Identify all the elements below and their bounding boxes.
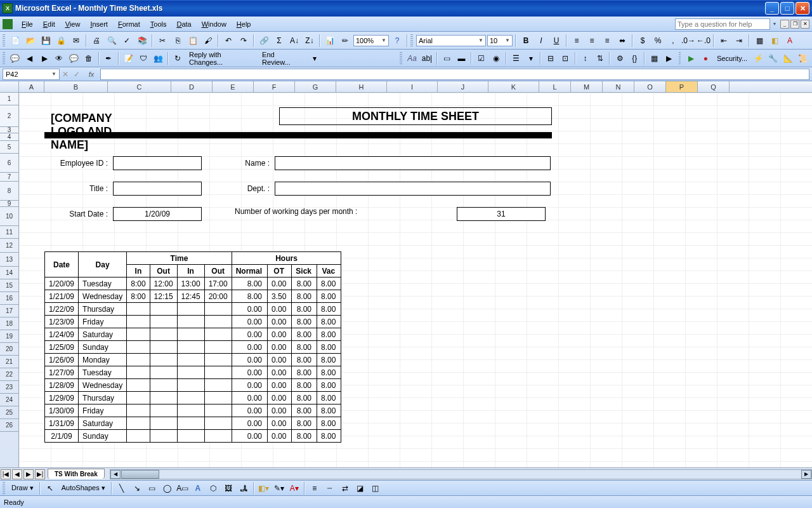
menu-edit[interactable]: Edit <box>38 18 60 30</box>
help-button[interactable]: ? <box>390 34 404 48</box>
line-button[interactable]: ╲ <box>115 481 129 495</box>
table-row[interactable]: 1/30/09Friday0.000.008.008.00 <box>45 404 341 417</box>
textbox-button[interactable]: A▭ <box>176 481 190 495</box>
table-row[interactable]: 1/22/09Thursday0.000.008.008.00 <box>45 303 341 316</box>
forms-textbox-button[interactable]: ab| <box>420 51 433 65</box>
workbook-minimize-button[interactable]: _ <box>780 20 789 29</box>
row-head-23[interactable]: 23 <box>0 381 18 394</box>
comma-button[interactable]: , <box>666 34 680 48</box>
scroll-left-button[interactable]: ◀ <box>110 470 121 479</box>
toolbar-handle[interactable] <box>3 52 5 65</box>
th-out1[interactable]: Out <box>150 265 177 277</box>
row-head-24[interactable]: 24 <box>0 394 18 406</box>
align-left-button[interactable]: ≡ <box>570 34 584 48</box>
track-changes-button[interactable]: 📝 <box>122 51 135 65</box>
align-right-button[interactable]: ≡ <box>600 34 614 48</box>
row-head-19[interactable]: 19 <box>0 330 18 343</box>
help-search-input[interactable] <box>675 18 770 30</box>
arrow-style-button[interactable]: ⇄ <box>338 481 352 495</box>
line-color-button[interactable]: ✎▾ <box>272 481 286 495</box>
forms-properties-button[interactable]: ⚙ <box>613 51 626 65</box>
picture-button[interactable]: 🏞 <box>237 481 251 495</box>
th-normal[interactable]: Normal <box>232 265 267 277</box>
table-row[interactable]: 1/24/09Saturday0.000.008.008.00 <box>45 328 341 341</box>
help-dropdown-icon[interactable]: ▼ <box>770 22 779 26</box>
dept-field[interactable] <box>275 182 551 196</box>
permission-button[interactable]: 🔒 <box>54 34 68 48</box>
forms-code-button[interactable]: {} <box>628 51 641 65</box>
row-head-15[interactable]: 15 <box>0 279 18 292</box>
name-box[interactable]: P42▼ <box>3 69 60 80</box>
toolbar-handle[interactable] <box>3 482 5 495</box>
row-head-12[interactable]: 12 <box>0 239 18 253</box>
menu-data[interactable]: Data <box>171 18 196 30</box>
currency-button[interactable]: $ <box>636 34 650 48</box>
forms-button-button[interactable]: ▬ <box>455 51 468 65</box>
tab-prev-button[interactable]: ◀ <box>12 469 22 479</box>
th-time[interactable]: Time <box>127 252 232 265</box>
formula-input[interactable] <box>100 69 809 80</box>
shadow-button[interactable]: ◪ <box>353 481 367 495</box>
print-preview-button[interactable]: 🔍 <box>105 34 119 48</box>
table-row[interactable]: 1/29/09Thursday0.000.008.008.00 <box>45 392 341 404</box>
col-head-E[interactable]: E <box>213 81 254 92</box>
select-all-corner[interactable] <box>0 81 19 92</box>
clipart-button[interactable]: 🖼 <box>221 481 235 495</box>
show-all-comments-button[interactable]: 💬 <box>67 51 81 65</box>
row-head-22[interactable]: 22 <box>0 368 18 381</box>
decrease-indent-button[interactable]: ⇤ <box>717 34 731 48</box>
chart-button[interactable]: 📊 <box>323 34 337 48</box>
fill-color-button[interactable]: ◧▾ <box>257 481 271 495</box>
scroll-right-button[interactable]: ▶ <box>801 470 811 479</box>
col-head-H[interactable]: H <box>336 81 387 92</box>
row-head-8[interactable]: 8 <box>0 182 18 201</box>
name-field[interactable] <box>275 156 551 170</box>
col-head-P[interactable]: P <box>666 81 698 92</box>
font-color-button[interactable]: A▾ <box>287 481 301 495</box>
workbook-close-button[interactable]: ✕ <box>801 20 809 29</box>
row-head-11[interactable]: 11 <box>0 226 18 239</box>
toolbar-handle[interactable] <box>679 52 681 65</box>
row-head-1[interactable]: 1 <box>0 93 18 105</box>
save-button[interactable]: 💾 <box>39 34 53 48</box>
forms-spinner-button[interactable]: ⇅ <box>593 51 606 65</box>
toolbar-options-button[interactable]: ▾ <box>308 51 321 65</box>
borders-button[interactable]: ▦ <box>752 34 766 48</box>
tab-last-button[interactable]: ▶| <box>35 469 45 479</box>
forms-label-button[interactable]: Aa <box>405 51 419 65</box>
reply-changes-button[interactable]: Reply with Changes... <box>186 50 258 67</box>
macro-record-button[interactable]: ● <box>699 51 712 65</box>
share-workbook-button[interactable]: 👥 <box>151 51 164 65</box>
table-row[interactable]: 1/25/09Sunday0.000.008.008.00 <box>45 341 341 354</box>
row-head-25[interactable]: 25 <box>0 406 18 419</box>
hyperlink-button[interactable]: 🔗 <box>257 34 271 48</box>
row-head-17[interactable]: 17 <box>0 305 18 318</box>
row-head-4[interactable]: 4 <box>0 133 18 141</box>
forms-combo-button[interactable]: ▾ <box>524 51 537 65</box>
undo-button[interactable]: ↶ <box>221 34 235 48</box>
increase-decimal-button[interactable]: .0→ <box>681 34 695 48</box>
horizontal-scrollbar[interactable]: ◀ ▶ <box>110 469 812 479</box>
draw-menu[interactable]: Draw ▾ <box>8 483 37 493</box>
row-head-26[interactable]: 26 <box>0 419 18 432</box>
font-color-button[interactable]: A <box>783 34 797 48</box>
sheet-area[interactable]: [COMPANY LOGO AND NAME] MONTHLY TIME SHE… <box>19 93 812 467</box>
autoshapes-menu[interactable]: AutoShapes ▾ <box>58 483 108 493</box>
forms-list-button[interactable]: ☰ <box>509 51 523 65</box>
start-date-field[interactable]: 1/20/09 <box>113 207 202 221</box>
toolbar-handle[interactable] <box>410 34 413 47</box>
toolbar-handle[interactable] <box>400 52 402 65</box>
enter-formula-button[interactable]: ✓ <box>71 69 82 80</box>
sort-asc-button[interactable]: A↓ <box>287 34 301 48</box>
align-center-button[interactable]: ≡ <box>585 34 599 48</box>
controls-button[interactable]: 🔧 <box>766 51 780 65</box>
forms-grid-button[interactable]: ▦ <box>648 51 661 65</box>
fx-icon[interactable]: fx <box>85 70 98 78</box>
select-objects-button[interactable]: ↖ <box>43 481 57 495</box>
row-head-16[interactable]: 16 <box>0 292 18 305</box>
3d-button[interactable]: ◫ <box>369 481 383 495</box>
forms-run-button[interactable]: ▶ <box>662 51 676 65</box>
tab-next-button[interactable]: ▶ <box>23 469 34 479</box>
spellcheck-button[interactable]: ✓ <box>120 34 134 48</box>
paste-button[interactable]: 📋 <box>186 34 200 48</box>
